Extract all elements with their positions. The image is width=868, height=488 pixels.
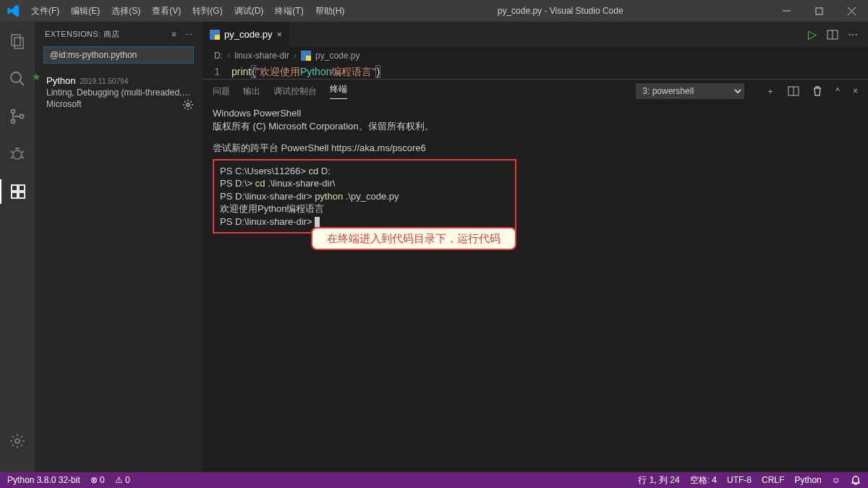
menu-edit[interactable]: 编辑(E) (65, 5, 106, 17)
annotation-callout: 在终端进入到代码目录下，运行代码 (311, 227, 516, 250)
tab-terminal[interactable]: 终端 (330, 83, 347, 99)
terminal-line: 尝试新的跨平台 PowerShell https://aka.ms/pscore… (213, 142, 858, 155)
more-actions-icon[interactable]: ··· (848, 28, 858, 41)
title-bar: 文件(F) 编辑(E) 选择(S) 查看(V) 转到(G) 调试(D) 终端(T… (0, 0, 868, 22)
cursor-icon (315, 217, 320, 227)
extensions-icon[interactable] (0, 179, 35, 204)
tab-output[interactable]: 输出 (243, 85, 260, 98)
tab-label: py_code.py (224, 29, 273, 40)
menu-bar: 文件(F) 编辑(E) 选择(S) 查看(V) 转到(G) 调试(D) 终端(T… (25, 5, 350, 17)
maximize-icon[interactable] (803, 0, 835, 22)
window-title: py_code.py - Visual Studio Code (350, 6, 770, 16)
search-icon[interactable] (0, 67, 35, 91)
svg-rect-10 (19, 192, 25, 198)
window-controls (770, 0, 868, 22)
status-bell-icon[interactable] (851, 475, 861, 485)
tab-close-icon[interactable]: × (277, 29, 283, 40)
terminal-line: PS D:\linux-share-dir> python .\py_code.… (220, 190, 509, 203)
more-icon[interactable]: ··· (185, 30, 192, 38)
breadcrumb[interactable]: D:› linux-share-dir› py_code.py (203, 47, 868, 64)
svg-point-3 (11, 72, 21, 82)
status-warnings[interactable]: ⚠ 0 (115, 475, 130, 485)
menu-goto[interactable]: 转到(G) (187, 5, 228, 17)
status-python[interactable]: Python 3.8.0 32-bit (7, 475, 80, 485)
svg-point-12 (15, 439, 20, 443)
scm-icon[interactable] (0, 104, 35, 129)
terminal-line: PS D:\linux-share-dir> (220, 215, 509, 228)
new-terminal-icon[interactable]: ＋ (766, 85, 775, 98)
status-errors[interactable]: ⊗ 0 (90, 475, 105, 485)
svg-point-6 (20, 115, 24, 119)
terminal-line: PS C:\Users\11266> cd D: (220, 165, 509, 178)
editor-tabs: py_code.py × ▷ ··· (203, 22, 868, 47)
extension-desc: Linting, Debugging (multi-threaded, r... (46, 87, 192, 98)
tab-pycode[interactable]: py_code.py × (203, 22, 290, 47)
svg-rect-11 (19, 185, 25, 191)
filter-icon[interactable]: ≡ (171, 30, 176, 38)
extension-version: 2019.11.50794 (80, 77, 128, 85)
close-icon[interactable] (835, 0, 868, 22)
trash-icon[interactable] (812, 85, 822, 97)
maximize-panel-icon[interactable]: ^ (835, 86, 840, 96)
status-encoding[interactable]: UTF-8 (727, 475, 752, 485)
svg-rect-0 (816, 8, 822, 14)
svg-rect-15 (215, 35, 220, 40)
svg-rect-2 (14, 38, 23, 48)
panel-tabs: 问题 输出 调试控制台 终端 3: powershell ＋ ^ × (203, 80, 868, 103)
menu-debug[interactable]: 调试(D) (229, 5, 270, 17)
sidebar-title: EXTENSIONS: 商店 (45, 29, 119, 40)
terminal-line: 欢迎使用Python编程语言 (220, 202, 509, 215)
activity-bar (0, 22, 35, 472)
status-feedback-icon[interactable]: ☺ (832, 475, 841, 485)
settings-gear-icon[interactable] (0, 429, 35, 453)
extension-search-input[interactable]: @id:ms-python.python (43, 46, 194, 64)
code-editor[interactable]: 1 print("欢迎使用Python编程语言") (203, 64, 868, 79)
debug-icon[interactable] (0, 142, 35, 166)
sidebar-header: EXTENSIONS: 商店 ≡ ··· (35, 22, 203, 46)
status-cursor-pos[interactable]: 行 1, 列 24 (638, 474, 679, 487)
svg-point-5 (12, 120, 15, 124)
split-icon[interactable] (827, 29, 838, 40)
terminal-select[interactable]: 3: powershell (636, 83, 744, 99)
python-file-icon (301, 51, 311, 61)
extension-item[interactable]: Python2019.11.50794 Linting, Debugging (… (35, 71, 203, 116)
terminal[interactable]: Windows PowerShell 版权所有 (C) Microsoft Co… (203, 103, 868, 381)
menu-view[interactable]: 查看(V) (146, 5, 187, 17)
line-number: 1 (203, 66, 231, 79)
run-icon[interactable]: ▷ (808, 27, 817, 41)
panel: 问题 输出 调试控制台 终端 3: powershell ＋ ^ × Windo… (203, 79, 868, 381)
close-panel-icon[interactable]: × (853, 86, 858, 96)
extension-name: Python (46, 75, 75, 86)
terminal-line: Windows PowerShell (213, 107, 858, 120)
menu-help[interactable]: 帮助(H) (310, 5, 351, 17)
status-eol[interactable]: CRLF (762, 475, 784, 485)
annotation-box: PS C:\Users\11266> cd D: PS D:\> cd .\li… (213, 159, 516, 234)
explorer-icon[interactable] (0, 29, 35, 53)
status-lang[interactable]: Python (794, 475, 821, 485)
svg-point-7 (13, 150, 22, 159)
crumb-dir[interactable]: linux-share-dir (234, 51, 289, 61)
status-indent[interactable]: 空格: 4 (690, 474, 717, 487)
code-line[interactable]: print("欢迎使用Python编程语言") (231, 66, 380, 79)
menu-file[interactable]: 文件(F) (25, 5, 65, 17)
extension-gear-icon[interactable] (182, 99, 194, 111)
svg-rect-8 (12, 185, 17, 191)
tab-debug-console[interactable]: 调试控制台 (273, 85, 317, 98)
svg-point-4 (12, 110, 15, 114)
status-bar: Python 3.8.0 32-bit ⊗ 0 ⚠ 0 行 1, 列 24 空格… (0, 472, 868, 488)
crumb-file[interactable]: py_code.py (315, 51, 359, 61)
svg-rect-9 (12, 192, 17, 198)
extension-publisher: Microsoft (46, 99, 192, 109)
editor-area: py_code.py × ▷ ··· D:› linux-share-dir› … (203, 22, 868, 472)
tab-problems[interactable]: 问题 (213, 85, 230, 98)
svg-rect-18 (306, 56, 311, 61)
svg-point-13 (187, 103, 190, 106)
split-terminal-icon[interactable] (788, 85, 799, 97)
python-file-icon (210, 30, 220, 40)
menu-select[interactable]: 选择(S) (106, 5, 146, 17)
sidebar: ★ EXTENSIONS: 商店 ≡ ··· @id:ms-python.pyt… (35, 22, 203, 472)
minimize-icon[interactable] (770, 0, 803, 22)
svg-rect-1 (12, 35, 20, 46)
crumb-drive[interactable]: D: (214, 51, 223, 61)
menu-terminal[interactable]: 终端(T) (269, 5, 309, 17)
